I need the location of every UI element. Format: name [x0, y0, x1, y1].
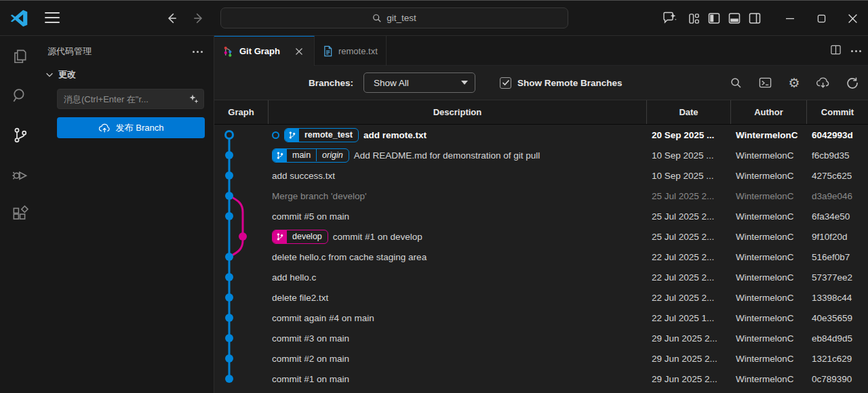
more-actions-icon[interactable]: [193, 51, 203, 53]
close-tab-icon[interactable]: [292, 45, 306, 58]
fetch-cloud-download-icon[interactable]: [816, 75, 831, 90]
graph-cell: [214, 308, 269, 328]
run-debug-icon[interactable]: [9, 163, 31, 185]
commit-message-input[interactable]: [57, 89, 204, 109]
commit-author: WintermelonC: [731, 308, 807, 328]
settings-gear-icon[interactable]: ⚙: [787, 75, 802, 90]
commit-date: 10 Sep 2025 ...: [647, 165, 731, 186]
commit-row[interactable]: remote_testadd remote.txt20 Sep 2025 ...…: [214, 125, 868, 145]
branch-label[interactable]: remote_test: [284, 128, 359, 142]
commit-author: WintermelonC: [731, 206, 807, 226]
search-sidebar-icon[interactable]: [9, 85, 31, 106]
menu-icon[interactable]: [45, 12, 60, 24]
column-header-description[interactable]: Description: [269, 100, 647, 124]
graph-cell: [214, 125, 269, 145]
extensions-icon[interactable]: [9, 203, 31, 224]
commit-hash: 9f10f20d: [807, 226, 868, 247]
command-center-search[interactable]: git_test: [220, 7, 568, 28]
branch-label[interactable]: mainorigin: [272, 148, 349, 163]
commit-description: developcommit #1 on develop: [269, 226, 647, 247]
toggle-secondary-sidebar-icon[interactable]: [745, 8, 765, 28]
close-window-button[interactable]: [837, 1, 868, 36]
commit-message: add success.txt: [272, 171, 335, 181]
graph-cell: [214, 226, 269, 247]
show-remote-branches-label: Show Remote Branches: [517, 78, 623, 88]
column-header-commit[interactable]: Commit: [807, 100, 868, 124]
toggle-panel-icon[interactable]: [724, 8, 745, 28]
commit-row[interactable]: developcommit #1 on develop25 Jul 2025 2…: [214, 226, 868, 247]
commit-row[interactable]: commit #5 on main25 Jul 2025 2...Winterm…: [214, 206, 868, 226]
changes-section-header[interactable]: 更改: [39, 64, 214, 87]
commit-date: 25 Jul 2025 2...: [647, 206, 731, 226]
commit-row[interactable]: commit #1 on main29 Jun 2025 2...Winterm…: [214, 369, 868, 389]
refresh-icon[interactable]: [845, 75, 860, 90]
commit-author: WintermelonC: [731, 369, 807, 389]
split-editor-icon[interactable]: [830, 44, 842, 58]
commit-hash: 1321c629: [807, 348, 868, 369]
terminal-icon[interactable]: [757, 75, 772, 90]
commit-row[interactable]: mainoriginAdd README.md for demonstratio…: [214, 145, 868, 165]
commit-author: WintermelonC: [731, 247, 807, 267]
commit-message: commit #2 on main: [272, 354, 349, 364]
commit-description: delete file2.txt: [269, 287, 647, 308]
commit-date: 10 Sep 2025 ...: [647, 145, 731, 165]
commit-row[interactable]: commit again #4 on main22 Jul 2025 1...W…: [214, 308, 868, 328]
column-header-author[interactable]: Author: [731, 100, 807, 124]
column-header-date[interactable]: Date: [647, 100, 731, 124]
commit-message: commit #1 on develop: [333, 232, 422, 242]
commit-row[interactable]: add hello.c22 Jul 2025 2...WintermelonC5…: [214, 267, 868, 287]
toggle-primary-sidebar-icon[interactable]: [704, 8, 724, 28]
editor-more-actions-icon[interactable]: [851, 50, 861, 52]
commit-row[interactable]: Merge branch 'develop'25 Jul 2025 2...Wi…: [214, 186, 868, 206]
commit-message: add hello.c: [272, 272, 316, 283]
branch-label[interactable]: develop: [272, 230, 328, 244]
graph-cell: [214, 348, 269, 369]
show-remote-branches-checkbox[interactable]: [500, 77, 511, 89]
find-commit-icon[interactable]: [728, 75, 743, 90]
commit-author: WintermelonC: [731, 328, 807, 348]
publish-branch-button[interactable]: 发布 Branch: [57, 117, 205, 138]
explorer-icon[interactable]: [9, 45, 31, 67]
copilot-icon[interactable]: [655, 8, 684, 28]
commit-row[interactable]: delete hello.c from cache staging area22…: [214, 247, 868, 267]
tab-label: Git Graph: [239, 46, 280, 56]
forward-arrow-icon[interactable]: [190, 9, 208, 27]
commit-row[interactable]: add success.txt10 Sep 2025 ...Wintermelo…: [214, 165, 868, 186]
commit-row[interactable]: commit #3 on main29 Jun 2025 2...Winterm…: [214, 328, 868, 348]
commit-message: Merge branch 'develop': [272, 191, 367, 201]
commit-author: WintermelonC: [731, 267, 807, 287]
commit-date: 29 Jun 2025 2...: [647, 328, 731, 348]
title-bar: git_test: [0, 1, 868, 36]
commit-row[interactable]: delete file2.txt22 Jul 2025 2...Winterme…: [214, 287, 868, 308]
sparkle-icon[interactable]: [189, 94, 199, 106]
branches-dropdown[interactable]: Show All: [363, 73, 475, 93]
commit-date: 29 Jun 2025 2...: [647, 369, 731, 389]
commit-row[interactable]: commit #2 on main29 Jun 2025 2...Winterm…: [214, 348, 868, 369]
chevron-down-icon: [45, 70, 54, 79]
maximize-button[interactable]: [806, 1, 837, 36]
commit-description: remote_testadd remote.txt: [269, 125, 647, 145]
branch-name: develop: [287, 230, 328, 243]
commit-hash: 4275c625: [807, 165, 868, 186]
commit-message: commit #3 on main: [272, 333, 349, 344]
source-control-icon[interactable]: [9, 124, 31, 146]
commit-description: commit #1 on main: [269, 369, 647, 389]
tab-remote-txt[interactable]: remote.txt: [315, 36, 387, 66]
commit-message: add remote.txt: [363, 130, 427, 140]
tab-git-graph[interactable]: Git Graph: [214, 36, 315, 66]
graph-cell: [214, 186, 269, 206]
minimize-button[interactable]: [774, 1, 806, 36]
graph-cell: [214, 267, 269, 287]
customize-layout-icon[interactable]: [684, 8, 704, 28]
branches-label: Branches:: [309, 78, 353, 88]
column-header-graph[interactable]: Graph: [214, 100, 269, 124]
graph-cell: [214, 287, 269, 308]
commit-description: commit #2 on main: [269, 348, 647, 369]
back-arrow-icon[interactable]: [163, 9, 180, 27]
graph-cell: [214, 247, 269, 267]
commit-date: 22 Jul 2025 2...: [647, 287, 731, 308]
commit-date: 22 Jul 2025 2...: [647, 267, 731, 287]
commit-message: Add README.md for demonstration of git p…: [354, 150, 540, 161]
graph-cell: [214, 206, 269, 226]
commit-description: add success.txt: [269, 165, 647, 186]
